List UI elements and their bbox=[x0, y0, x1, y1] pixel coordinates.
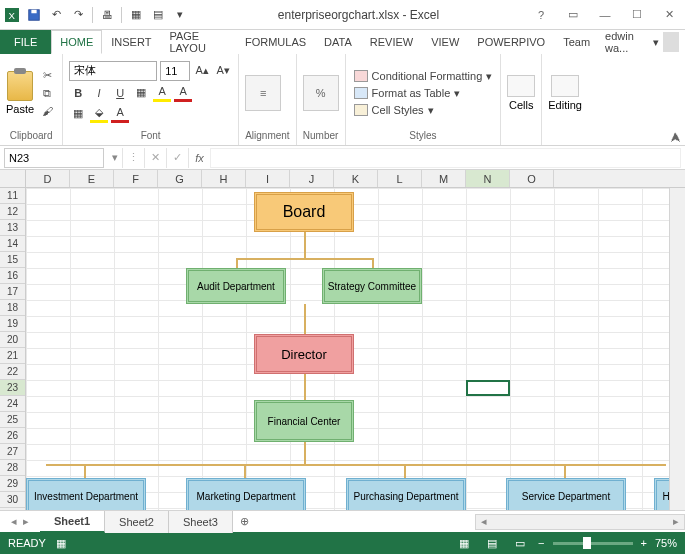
row-header[interactable]: 13 bbox=[0, 220, 25, 236]
row-header[interactable]: 18 bbox=[0, 300, 25, 316]
org-node-marketing[interactable]: Marketing Department bbox=[186, 478, 306, 510]
cell-styles-button[interactable]: Cell Styles▾ bbox=[352, 103, 495, 118]
col-header[interactable]: H bbox=[202, 170, 246, 187]
row-header[interactable]: 29 bbox=[0, 476, 25, 492]
font-name-select[interactable]: 宋体 bbox=[69, 61, 157, 81]
alignment-icon[interactable]: ≡ bbox=[245, 75, 281, 111]
font-color-button[interactable]: A bbox=[174, 84, 192, 102]
row-header[interactable]: 24 bbox=[0, 396, 25, 412]
col-header[interactable]: J bbox=[290, 170, 334, 187]
org-node-strategy[interactable]: Strategy Committee bbox=[322, 268, 422, 304]
sheet-tab-1[interactable]: Sheet1 bbox=[40, 511, 105, 533]
qat-icon-2[interactable]: ▤ bbox=[150, 7, 166, 23]
col-header[interactable]: I bbox=[246, 170, 290, 187]
paste-button[interactable]: Paste bbox=[6, 71, 34, 115]
col-header[interactable]: L bbox=[378, 170, 422, 187]
conditional-formatting-button[interactable]: Conditional Formatting▾ bbox=[352, 69, 495, 84]
row-header[interactable]: 25 bbox=[0, 412, 25, 428]
row-header[interactable]: 19 bbox=[0, 316, 25, 332]
underline-button[interactable]: U bbox=[111, 84, 129, 102]
row-header[interactable]: 30 bbox=[0, 492, 25, 508]
account-area[interactable]: edwin wa... ▾ bbox=[599, 30, 685, 54]
name-box[interactable]: N23 bbox=[4, 148, 104, 168]
row-header[interactable]: 16 bbox=[0, 268, 25, 284]
macro-record-icon[interactable]: ▦ bbox=[56, 537, 66, 550]
select-all-button[interactable] bbox=[0, 170, 26, 187]
tab-formulas[interactable]: FORMULAS bbox=[236, 30, 315, 54]
number-icon[interactable]: % bbox=[303, 75, 339, 111]
zoom-in-icon[interactable]: + bbox=[641, 537, 647, 549]
increase-font-icon[interactable]: A▴ bbox=[193, 62, 211, 80]
font-color-2-button[interactable]: A bbox=[111, 105, 129, 123]
excel-icon[interactable]: X bbox=[4, 7, 20, 23]
org-node-service[interactable]: Service Department bbox=[506, 478, 626, 510]
prev-sheet-icon[interactable]: ◂ bbox=[11, 515, 17, 528]
org-node-investment[interactable]: Investment Department bbox=[26, 478, 146, 510]
tab-home[interactable]: HOME bbox=[51, 30, 102, 54]
org-node-board[interactable]: Board bbox=[254, 192, 354, 232]
row-header[interactable]: 14 bbox=[0, 236, 25, 252]
zoom-slider[interactable] bbox=[553, 542, 633, 545]
maximize-icon[interactable]: ☐ bbox=[621, 2, 653, 28]
row-header[interactable]: 27 bbox=[0, 444, 25, 460]
tab-view[interactable]: VIEW bbox=[422, 30, 468, 54]
tab-insert[interactable]: INSERT bbox=[102, 30, 160, 54]
row-header[interactable]: 15 bbox=[0, 252, 25, 268]
copy-icon[interactable]: ⧉ bbox=[38, 85, 56, 101]
page-break-view-icon[interactable]: ▭ bbox=[510, 535, 530, 551]
add-sheet-button[interactable]: ⊕ bbox=[233, 515, 257, 528]
undo-icon[interactable]: ↶ bbox=[48, 7, 64, 23]
row-header[interactable]: 28 bbox=[0, 460, 25, 476]
row-header[interactable]: 31 bbox=[0, 508, 25, 510]
sheet-tab-3[interactable]: Sheet3 bbox=[169, 511, 233, 533]
scroll-left-icon[interactable]: ◂ bbox=[476, 515, 492, 529]
fx-icon[interactable]: fx bbox=[188, 148, 210, 168]
row-header[interactable]: 12 bbox=[0, 204, 25, 220]
sheet-tab-2[interactable]: Sheet2 bbox=[105, 511, 169, 533]
scroll-right-icon[interactable]: ▸ bbox=[668, 515, 684, 529]
row-header[interactable]: 23 bbox=[0, 380, 25, 396]
org-node-audit[interactable]: Audit Department bbox=[186, 268, 286, 304]
normal-view-icon[interactable]: ▦ bbox=[454, 535, 474, 551]
cells-area[interactable]: Board Audit Department Strategy Committe… bbox=[26, 188, 685, 510]
collapse-ribbon-icon[interactable]: ⮝ bbox=[670, 131, 681, 143]
row-header[interactable]: 22 bbox=[0, 364, 25, 380]
ribbon-options-icon[interactable]: ▭ bbox=[557, 2, 589, 28]
page-layout-view-icon[interactable]: ▤ bbox=[482, 535, 502, 551]
formula-input[interactable] bbox=[210, 148, 681, 168]
minimize-icon[interactable]: — bbox=[589, 2, 621, 28]
format-painter-icon[interactable]: 🖌 bbox=[38, 103, 56, 119]
bold-button[interactable]: B bbox=[69, 84, 87, 102]
help-icon[interactable]: ? bbox=[525, 2, 557, 28]
vertical-scrollbar[interactable] bbox=[669, 188, 685, 510]
tab-powerpivot[interactable]: POWERPIVO bbox=[468, 30, 554, 54]
col-header[interactable]: D bbox=[26, 170, 70, 187]
col-header[interactable]: F bbox=[114, 170, 158, 187]
tab-team[interactable]: Team bbox=[554, 30, 599, 54]
tab-review[interactable]: REVIEW bbox=[361, 30, 422, 54]
font-size-select[interactable]: 11 bbox=[160, 61, 190, 81]
col-header[interactable]: N bbox=[466, 170, 510, 187]
horizontal-scrollbar[interactable]: ◂ ▸ bbox=[475, 514, 685, 530]
zoom-out-icon[interactable]: − bbox=[538, 537, 544, 549]
name-box-dropdown-icon[interactable]: ▾ bbox=[108, 151, 122, 164]
col-header[interactable]: K bbox=[334, 170, 378, 187]
zoom-level[interactable]: 75% bbox=[655, 537, 677, 549]
col-header[interactable]: M bbox=[422, 170, 466, 187]
sheet-nav[interactable]: ◂▸ bbox=[0, 515, 40, 528]
cancel-formula-icon[interactable]: ✕ bbox=[144, 148, 166, 168]
row-header[interactable]: 20 bbox=[0, 332, 25, 348]
col-header[interactable]: E bbox=[70, 170, 114, 187]
print-icon[interactable]: 🖶 bbox=[99, 7, 115, 23]
decrease-font-icon[interactable]: A▾ bbox=[214, 62, 232, 80]
col-header[interactable]: O bbox=[510, 170, 554, 187]
qat-icon-1[interactable]: ▦ bbox=[128, 7, 144, 23]
format-as-table-button[interactable]: Format as Table▾ bbox=[352, 86, 495, 101]
col-header[interactable]: G bbox=[158, 170, 202, 187]
row-header[interactable]: 11 bbox=[0, 188, 25, 204]
org-node-financial[interactable]: Financial Center bbox=[254, 400, 354, 442]
save-icon[interactable] bbox=[26, 7, 42, 23]
italic-button[interactable]: I bbox=[90, 84, 108, 102]
row-header[interactable]: 26 bbox=[0, 428, 25, 444]
qat-dropdown-icon[interactable]: ▾ bbox=[172, 7, 188, 23]
